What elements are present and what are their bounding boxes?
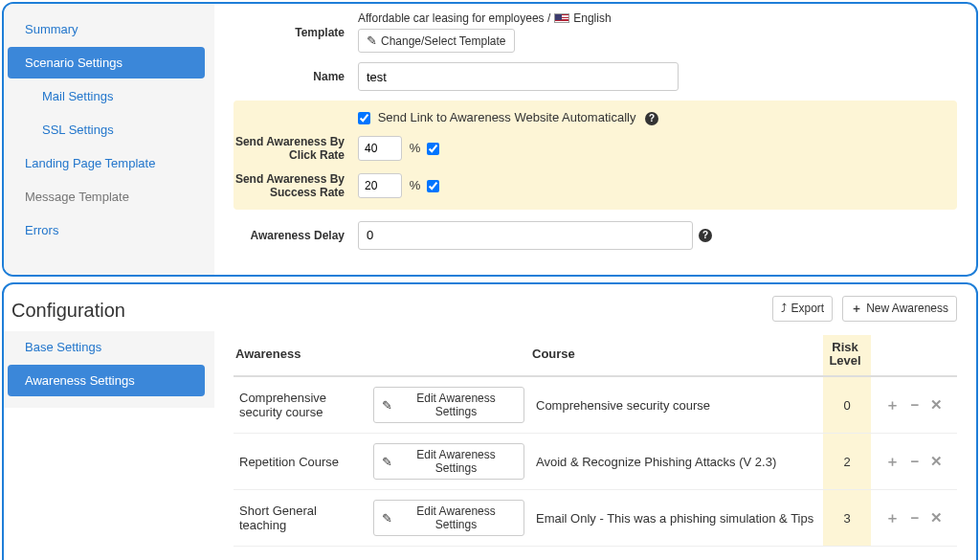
th-course: Course [530,335,823,377]
sidebar-item-landing-page-template[interactable]: Landing Page Template [8,147,205,179]
row-course: Email Only - This was a phishing simulat… [530,490,823,547]
label-click-rate: Send Awareness By Click Rate [234,135,358,163]
change-template-button[interactable]: Change/Select Template [358,29,515,53]
auto-send-checkbox[interactable] [358,112,370,124]
table-row: Comprehensive security courseEdit Awaren… [234,376,957,434]
success-rate-input[interactable] [358,173,402,198]
export-label: Export [791,302,824,315]
template-lang-text: English [573,11,611,25]
help-icon[interactable]: ? [645,112,658,125]
change-template-label: Change/Select Template [381,34,506,48]
scenario-settings-panel: SummaryScenario SettingsMail SettingsSSL… [2,2,978,277]
row-risk: 3 [823,490,871,547]
edit-btn-label: Edit Awareness Settings [396,392,516,418]
flag-icon-us [554,13,569,23]
edit-icon [382,398,392,413]
th-awareness: Awareness [234,335,368,377]
row-remove-icon[interactable]: − [905,453,925,469]
click-rate-checkbox[interactable] [427,143,439,155]
export-button[interactable]: ⤴ Export [772,296,833,322]
row-add-icon[interactable]: ＋ [880,396,905,414]
sidebar-primary: SummaryScenario SettingsMail SettingsSSL… [4,4,214,275]
edit-icon [382,455,392,469]
edit-icon [382,511,392,526]
scenario-settings-form: Template Affordable car leasing for empl… [214,4,976,275]
row-delete-icon[interactable]: ✕ [924,396,948,414]
new-awareness-button[interactable]: ＋ New Awareness [842,296,957,322]
row-delete-icon[interactable]: ✕ [924,509,948,526]
new-awareness-label: New Awareness [866,302,948,315]
table-row: Repetition CourseEdit Awareness Settings… [234,434,957,490]
sidebar-item-summary[interactable]: Summary [8,13,205,45]
delay-input[interactable] [358,221,693,250]
table-row: Short General teachingEdit Awareness Set… [234,490,957,547]
label-success-rate: Send Awareness By Success Rate [234,172,358,200]
label-delay: Awareness Delay [234,229,358,242]
sidebar-item-scenario-settings[interactable]: Scenario Settings [8,47,205,78]
row-remove-icon[interactable]: − [905,509,925,526]
edit-icon [367,34,377,48]
edit-awareness-button[interactable]: Edit Awareness Settings [373,387,524,423]
label-template: Template [234,26,358,39]
auto-send-label: Send Link to Awareness Website Automatic… [378,110,636,124]
row-add-icon[interactable]: ＋ [880,453,905,471]
row-add-icon[interactable]: ＋ [880,509,905,527]
sidebar-item-errors[interactable]: Errors [8,214,205,246]
template-name-text: Affordable car leasing for employees / [358,11,550,25]
configuration-title: Configuration [11,300,214,322]
row-awareness-name: Comprehensive security course [234,376,368,434]
sidebar-item-base-settings[interactable]: Base Settings [8,331,205,363]
awareness-table: Awareness Course Risk Level Comprehensiv… [234,335,957,548]
name-input[interactable] [358,62,679,91]
edit-btn-label: Edit Awareness Settings [396,504,516,531]
sidebar-item-ssl-settings[interactable]: SSL Settings [8,114,205,146]
plus-icon: ＋ [851,301,862,317]
row-course: Avoid & Recognize Phishing Attacks (V 2.… [530,434,823,490]
row-remove-icon[interactable]: − [905,396,925,413]
sidebar-item-mail-settings[interactable]: Mail Settings [8,80,205,112]
th-risk: Risk Level [823,335,871,377]
edit-btn-label: Edit Awareness Settings [396,448,516,475]
sidebar-item-awareness-settings[interactable]: Awareness Settings [8,365,205,396]
help-icon-delay[interactable]: ? [699,229,712,242]
row-course: Comprehensive security course [530,376,823,434]
sidebar-item-message-template[interactable]: Message Template [8,181,205,213]
pct-sign: % [410,141,421,155]
export-icon: ⤴ [781,302,787,315]
row-awareness-name: Short General teaching [234,490,368,547]
success-rate-checkbox[interactable] [427,180,439,192]
awareness-highlight-block: Send Link to Awareness Website Automatic… [234,101,957,210]
row-awareness-name: Repetition Course [234,434,368,490]
configuration-panel: Configuration Base SettingsAwareness Set… [2,282,978,560]
label-name: Name [234,70,358,83]
row-risk: 0 [823,376,871,434]
edit-awareness-button[interactable]: Edit Awareness Settings [373,443,524,480]
edit-awareness-button[interactable]: Edit Awareness Settings [373,500,524,536]
pct-sign-2: % [410,178,421,192]
row-delete-icon[interactable]: ✕ [924,453,948,470]
row-risk: 2 [823,434,871,490]
click-rate-input[interactable] [358,136,402,161]
